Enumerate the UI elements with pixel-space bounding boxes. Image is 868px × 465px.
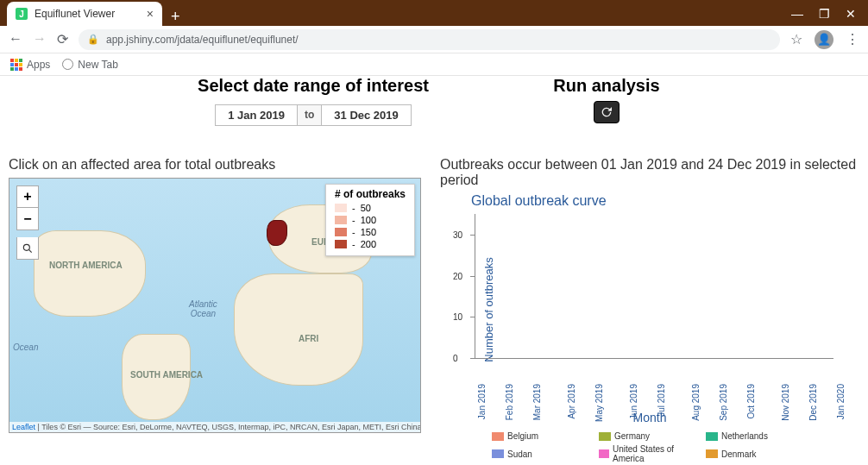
date-range-heading: Select date range of interest [184,76,443,96]
bookmarks-bar: Apps New Tab [0,53,868,76]
svg-line-1 [28,249,31,252]
map-legend-row: - 100 [335,214,406,226]
tab-title: Equiflunet Viewer [35,8,140,20]
svg-point-0 [23,244,29,250]
x-tick-label: Oct 2019 [746,384,756,419]
map-label-na: NORTH AMERICA [49,261,123,270]
y-tick-label: 0 [453,354,458,363]
forward-icon: → [33,31,47,47]
chart-legend-item: Germany [599,431,694,441]
apps-shortcut[interactable]: Apps [10,59,50,71]
profile-icon[interactable]: 👤 [815,30,833,49]
y-tick-label: 30 [453,229,462,239]
x-tick-label: Apr 2019 [567,384,576,419]
date-start-input[interactable]: 1 Jan 2019 [215,104,298,126]
window-titlebar: J Equiflunet Viewer × + — ❐ ✕ [0,0,868,26]
search-icon [22,242,34,254]
date-end-input[interactable]: 31 Dec 2019 [321,104,411,126]
x-tick-label: Mar 2019 [532,384,542,420]
x-tick-label: Jan 2019 [477,384,487,419]
x-tick-label: Jul 2019 [657,384,666,417]
close-tab-icon[interactable]: × [147,7,154,21]
ocean-label-left: Ocean [13,342,38,352]
close-window-icon[interactable]: ✕ [846,7,856,21]
x-axis-label: Month [440,411,859,424]
url-input[interactable]: 🔒 app.jshiny.com/jdata/equiflunet/equifl… [79,29,780,50]
map-zoom-out-button[interactable]: − [16,208,39,230]
favicon: J [16,8,28,20]
window-controls: — ❐ ✕ [791,7,868,26]
map-search-button[interactable] [16,237,39,260]
lock-icon: 🔒 [87,34,99,45]
bookmark-newtab[interactable]: New Tab [62,59,117,71]
outbreak-map[interactable]: NORTH AMERICA SOUTH AMERICA EUROI AFRI A… [9,178,421,433]
ocean-label-atlantic: AtlanticOcean [189,299,217,318]
chart-legend-item: United States of America [599,444,694,463]
outbreak-chart: Number of outbreaks 0102030 Jan 2019Feb … [440,211,837,409]
refresh-icon [600,105,613,119]
chart-legend-item: Belgium [492,431,587,441]
run-analysis-heading: Run analysis [529,76,684,96]
address-bar: ← → ⟳ 🔒 app.jshiny.com/jdata/equiflunet/… [0,26,868,53]
x-tick-label: Sep 2019 [719,384,728,421]
x-tick-label: Feb 2019 [505,384,514,420]
date-to-label: to [298,104,321,126]
minimize-icon[interactable]: — [791,7,803,21]
map-attribution: Leaflet | Tiles © Esri — Source: Esri, D… [9,422,420,432]
chart-legend: BelgiumGermanyNetherlandsSudanUnited Sta… [492,431,854,465]
map-legend-row: - 150 [335,226,406,238]
map-instruction: Click on an affected area for total outb… [9,157,423,173]
map-legend-row: - 200 [335,238,406,250]
menu-icon[interactable]: ⋮ [846,31,859,47]
map-zoom-in-button[interactable]: + [16,185,39,208]
x-tick-label: Jun 2019 [629,384,638,419]
map-legend-row: - 50 [335,202,406,214]
x-tick-label: Aug 2019 [691,384,701,421]
reload-icon[interactable]: ⟳ [57,31,68,47]
map-legend: # of outbreaks - 50- 100- 150- 200 [325,184,415,256]
globe-icon [62,59,73,70]
x-tick-label: Jan 2020 [836,384,846,419]
run-analysis-button[interactable] [594,101,620,123]
new-tab-button[interactable]: + [162,8,189,26]
url-text: app.jshiny.com/jdata/equiflunet/equiflun… [106,34,299,46]
chart-title: Global outbreak curve [471,193,859,209]
map-label-af: AFRI [299,334,318,343]
map-label-sa: SOUTH AMERICA [130,370,203,380]
chart-legend-item: Sudan [492,444,587,463]
apps-icon [10,59,22,71]
y-tick-label: 20 [453,271,462,280]
x-tick-label: Nov 2019 [781,384,790,421]
x-tick-label: May 2019 [594,384,604,422]
map-legend-title: # of outbreaks [335,188,406,200]
back-icon[interactable]: ← [9,31,22,47]
chart-legend-item: Netherlands [706,431,801,441]
x-tick-label: Dec 2019 [808,384,818,421]
star-icon[interactable]: ☆ [790,31,802,47]
maximize-icon[interactable]: ❐ [819,7,830,21]
leaflet-link[interactable]: Leaflet [12,423,35,431]
browser-tab[interactable]: J Equiflunet Viewer × [7,2,162,26]
outbreak-period-text: Outbreaks occur between 01 Jan 2019 and … [440,157,859,188]
chart-legend-item: Denmark [706,444,801,463]
y-tick-label: 10 [453,312,462,322]
